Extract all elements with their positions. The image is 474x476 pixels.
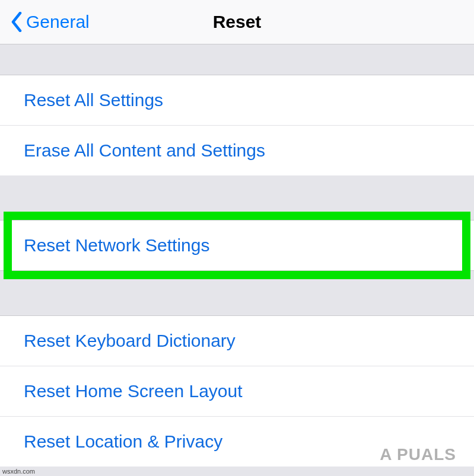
back-button[interactable]: General	[0, 12, 90, 32]
reset-home-screen-layout-row[interactable]: Reset Home Screen Layout	[0, 366, 474, 417]
section-spacer	[0, 175, 474, 220]
navigation-bar: General Reset	[0, 0, 474, 44]
section-spacer	[0, 271, 474, 315]
reset-all-settings-row[interactable]: Reset All Settings	[0, 75, 474, 126]
reset-network-settings-row[interactable]: Reset Network Settings	[0, 221, 474, 270]
reset-location-privacy-row[interactable]: Reset Location & Privacy	[0, 417, 474, 467]
section-spacer	[0, 44, 474, 75]
back-label: General	[26, 12, 90, 32]
source-label: wsxdn.com	[2, 468, 35, 475]
settings-group: Reset Keyboard Dictionary Reset Home Scr…	[0, 315, 474, 467]
page-title: Reset	[213, 12, 262, 32]
erase-all-content-row[interactable]: Erase All Content and Settings	[0, 126, 474, 175]
settings-group: Reset All Settings Erase All Content and…	[0, 75, 474, 175]
highlighted-section: Reset Network Settings	[0, 220, 474, 271]
chevron-left-icon	[11, 12, 23, 32]
reset-keyboard-dictionary-row[interactable]: Reset Keyboard Dictionary	[0, 316, 474, 366]
settings-group: Reset Network Settings	[0, 220, 474, 271]
